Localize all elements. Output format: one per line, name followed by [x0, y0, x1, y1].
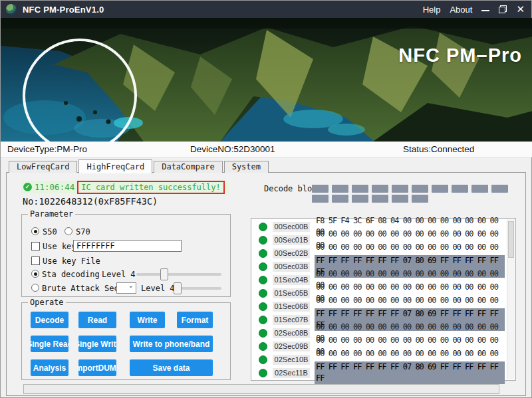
sector-label: 02Sec08B — [273, 328, 310, 338]
use-key-label[interactable]: Use key — [43, 242, 76, 251]
decode-block-row2 — [312, 195, 513, 203]
window-title: NFC PM-ProEnV1.0 — [23, 5, 104, 15]
progress-bar — [23, 384, 499, 394]
decode-block-cell — [412, 195, 428, 203]
sector-bytes[interactable]: FF FF FF FF FF FF FF 07 80 69 FF FF FF F… — [315, 361, 505, 384]
sector-select[interactable] — [116, 282, 136, 294]
decode-block-cell — [432, 185, 448, 193]
decode-block-cell — [332, 195, 348, 203]
decode-block-cell — [392, 185, 408, 193]
hex-table-scrollbar[interactable] — [507, 219, 515, 379]
sector-status-icon — [259, 262, 267, 271]
sta-level-slider-thumb[interactable] — [160, 268, 168, 280]
write-to-phone-button[interactable]: Write to phone/band — [130, 336, 213, 352]
sector-label: 02Sec10B — [273, 355, 310, 365]
about-menu[interactable]: About — [450, 5, 472, 15]
sector-status-icon — [259, 316, 267, 324]
sector-label: 01Sec05B — [273, 288, 310, 298]
sta-level-slider[interactable] — [136, 273, 221, 276]
decode-block-cell — [471, 185, 488, 193]
minimize-icon[interactable] — [481, 10, 489, 11]
decode-block-cell — [352, 195, 368, 203]
read-button[interactable]: Read — [78, 312, 116, 328]
tab-system[interactable]: System — [224, 161, 269, 173]
decode-block-cell — [412, 185, 428, 193]
import-dump-button[interactable]: ImportDUMP — [78, 359, 116, 376]
status-time: 11:06:44 — [35, 182, 74, 192]
format-button[interactable]: Format — [177, 312, 213, 328]
sta-decoding-label[interactable]: Sta decoding — [42, 270, 100, 279]
title-bar: NFC PM-ProEnV1.0 Help About ✕ — [1, 1, 531, 18]
device-number: DeviceNO:52D30001 — [190, 142, 275, 157]
sector-label: 00Sec03B — [273, 262, 310, 272]
sector-label: 01Sec04B — [273, 275, 310, 285]
decode-block-cell — [491, 185, 508, 193]
connection-status: Status:Connected — [403, 142, 474, 157]
sector-status-icon — [259, 342, 267, 351]
s50-label[interactable]: S50 — [43, 227, 57, 237]
brute-level-label: Level 4 — [141, 284, 175, 293]
decode-block-cell — [332, 185, 348, 193]
hex-data-panel: 00Sec00BF8 5F F4 3C 6F 08 04 00 00 00 00… — [251, 218, 516, 381]
decode-block-cell — [392, 195, 408, 203]
use-key-checkbox[interactable] — [31, 242, 40, 250]
brute-level-slider[interactable] — [174, 287, 221, 290]
status-message: IC card written successfully! — [77, 181, 225, 194]
card-number: No:1022648312(0xF85FF43C) — [23, 196, 158, 207]
sector-status-icon — [259, 329, 267, 338]
s70-label[interactable]: S70 — [76, 227, 90, 237]
write-button[interactable]: Write — [130, 312, 165, 328]
decode-block-cell — [312, 185, 329, 193]
decode-block-grid — [312, 185, 513, 205]
decode-block-cell — [372, 185, 388, 193]
help-menu[interactable]: Help — [423, 5, 441, 15]
tab-datacompare[interactable]: DataCompare — [154, 161, 222, 173]
sector-label: 00Sec00B — [273, 222, 310, 232]
hex-table-scrollbar-thumb[interactable] — [508, 221, 514, 258]
parameter-group: Parameter S50 S70 Use key Use key File S… — [21, 214, 231, 297]
decode-block-cell — [452, 185, 468, 193]
sta-decoding-radio[interactable] — [31, 270, 39, 278]
sector-status-icon — [259, 276, 267, 284]
brand-title: NFC PM–Pro — [398, 45, 522, 66]
status-strip: 11:06:44 IC card written successfully! — [21, 181, 229, 193]
sector-label: 02Sec09B — [273, 342, 310, 351]
sector-label: 00Sec02B — [273, 249, 310, 258]
decode-button[interactable]: Decode — [31, 312, 68, 328]
app-window: NFC PM-ProEnV1.0 Help About ✕ — [0, 0, 532, 398]
decode-block-cell — [312, 195, 329, 203]
brute-attack-radio[interactable] — [31, 284, 39, 292]
operate-group: Operate Decode Read Write Format Single … — [21, 302, 231, 380]
decode-block-cell — [352, 185, 368, 193]
brute-level-slider-thumb[interactable] — [174, 282, 182, 294]
app-logo-icon — [6, 4, 17, 15]
key-input[interactable] — [73, 240, 182, 252]
tab-highfreqcard[interactable]: HighFreqCard — [78, 159, 152, 173]
single-read-button[interactable]: Single Read — [31, 336, 68, 352]
sector-status-icon — [259, 302, 267, 311]
header-banner: NFC PM–Pro — [1, 18, 532, 142]
s50-radio[interactable] — [31, 227, 39, 235]
sector-status-icon — [259, 355, 267, 364]
sector-label: 01Sec07B — [273, 315, 310, 325]
save-data-button[interactable]: Save data — [130, 359, 213, 376]
s70-radio[interactable] — [65, 227, 72, 235]
brute-attack-label[interactable]: Brute Attack Sec — [42, 284, 119, 293]
sector-status-icon — [259, 249, 267, 258]
landscape-artwork — [1, 18, 532, 142]
close-icon[interactable]: ✕ — [516, 5, 525, 13]
use-key-file-label[interactable]: Use key File — [43, 256, 100, 266]
tab-strip: LowFreqCard HighFreqCard DataCompare Sys… — [9, 159, 270, 173]
hex-row: 02Sec11BFF FF FF FF FF FF FF 07 80 69 FF… — [251, 366, 515, 379]
sector-status-icon — [259, 236, 267, 245]
single-write-button[interactable]: Single Write — [78, 336, 116, 352]
restore-window-icon[interactable] — [499, 5, 507, 13]
sector-label: 00Sec01B — [273, 235, 310, 245]
use-key-file-checkbox[interactable] — [31, 256, 40, 265]
analysis-button[interactable]: Analysis — [31, 359, 68, 376]
sta-level-label: Level 4 — [102, 270, 136, 279]
sector-status-icon — [259, 289, 267, 298]
tab-lowfreqcard[interactable]: LowFreqCard — [9, 161, 77, 173]
sector-label: 01Sec06B — [273, 302, 310, 312]
parameter-group-label: Parameter — [28, 209, 75, 219]
